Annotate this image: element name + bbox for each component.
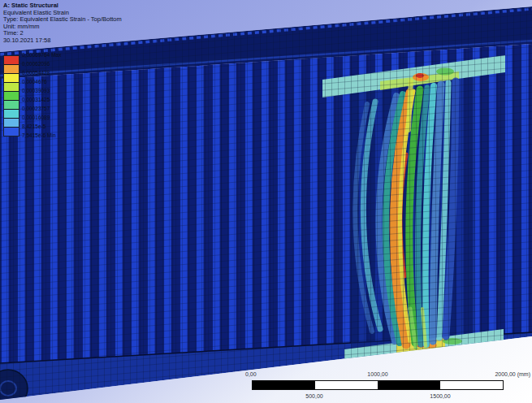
ansys-graphics-window: A: Static Structural Equivalent Elastic … [0, 0, 532, 403]
ruler-label-500: 500,00 [294, 393, 335, 399]
ruler-label-1000: 1000,00 [357, 371, 398, 377]
ruler-label-2000: 2000,00 (mm) [465, 371, 530, 377]
ruler-segment [440, 381, 503, 389]
ruler-label-0: 0,00 [245, 371, 257, 377]
legend-max-label: 0,00069764 Max [22, 52, 61, 58]
ruler-segment [253, 381, 315, 389]
mesh-overlay [0, 6, 532, 400]
legend-boundary-label: 0,00031425 [22, 97, 50, 102]
legend-band [4, 65, 19, 74]
legend-band [4, 92, 19, 101]
legend-band [4, 101, 19, 110]
fea-model [0, 6, 532, 403]
legend-min-label: 7,5415e-6 Min [22, 132, 56, 138]
ruler-segment [378, 381, 440, 389]
legend-color-bar [3, 55, 19, 136]
legend-band [4, 128, 19, 136]
legend-band [4, 110, 19, 119]
ruler-segment [315, 381, 378, 389]
result-timestamp: 30.10.2021 17:58 [3, 37, 122, 45]
legend-band [4, 56, 19, 65]
legend-band [4, 83, 19, 92]
legend-boundary-label: 8,4215e-5 [22, 124, 45, 129]
legend-band [4, 119, 19, 128]
legend-boundary-label: 0,00039093 [22, 88, 50, 93]
scale-ruler [252, 380, 504, 390]
legend-boundary-label: 0,00016089 [22, 115, 50, 120]
legend-band [4, 74, 19, 83]
result-header: A: Static Structural Equivalent Elastic … [3, 2, 122, 45]
legend-boundary-label: 0,00054428 [22, 70, 50, 76]
contour-legend: 0,00069764 Max 0,00062096 0,00054428 0,0… [3, 55, 19, 136]
ruler-label-1500: 1500,00 [420, 393, 461, 399]
legend-boundary-label: 0,00023757 [22, 106, 50, 111]
legend-boundary-label: 0,00062096 [22, 61, 50, 67]
viewport-3d[interactable] [0, 0, 532, 403]
legend-boundary-label: 0,0004676 [22, 79, 47, 84]
